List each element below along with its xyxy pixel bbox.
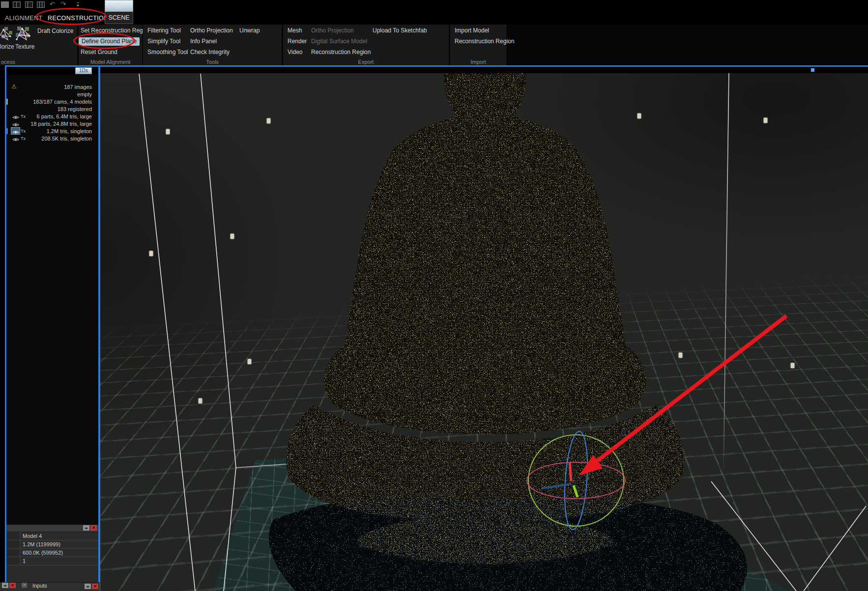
ribbon-group-process: lorize Texture Draft Colorize ocess: [0, 25, 77, 65]
list-item[interactable]: 183/187 cams, 4 models: [6, 98, 98, 105]
simplify-tool-button[interactable]: Simplify Tool: [147, 37, 180, 46]
group-label-import: Import: [450, 59, 506, 65]
mesh-icon: [0, 27, 14, 41]
texture-toggle-icon[interactable]: Tx: [21, 114, 26, 119]
texture-toggle-icon[interactable]: Tx: [21, 136, 26, 141]
group-label-model-alignment: Model Alignment: [79, 59, 142, 65]
list-item-selected[interactable]: Tx 1.2M tris, singleton: [6, 128, 98, 135]
unwrap-button[interactable]: Unwrap: [239, 27, 260, 35]
smoothing-tool-button[interactable]: Smoothing Tool: [147, 48, 188, 56]
texture-label: Texture: [15, 43, 34, 50]
scene-canvas: [100, 67, 868, 591]
group-label-tools: Tools: [143, 59, 282, 65]
bottom-dock-bar: ◂▸✕ − Inputs ◂▸✕: [0, 582, 100, 591]
colorize-label: lorize: [0, 43, 14, 50]
ribbon-group-export: Mesh Render Video Ortho Projection Digit…: [283, 25, 449, 65]
scene-tab-block: 1D SCENE: [105, 0, 133, 25]
export-video-button[interactable]: Video: [288, 48, 302, 56]
viewport-3d[interactable]: [100, 67, 868, 591]
close-icon[interactable]: ✕: [90, 525, 97, 531]
list-item[interactable]: 183 registered: [6, 106, 98, 113]
tab-scene[interactable]: SCENE: [105, 12, 133, 24]
reset-ground-button[interactable]: Reset Ground: [81, 48, 117, 56]
viewport-top-band: [100, 67, 868, 73]
panel-1ds-tab[interactable]: 1Ds: [75, 67, 92, 74]
redo-icon[interactable]: ↷: [60, 0, 66, 8]
group-label-process: ocess: [0, 59, 78, 65]
list-item[interactable]: ⚠ 187 images: [6, 84, 98, 90]
shrink-panel-icon[interactable]: ◂▸: [83, 525, 89, 531]
list-item[interactable]: empty: [6, 91, 98, 98]
warning-icon: ⚠: [11, 83, 17, 90]
close-icon[interactable]: ✕: [9, 583, 16, 588]
shrink-panel-icon[interactable]: ◂▸: [2, 583, 8, 588]
import-model-button[interactable]: Import Model: [455, 27, 489, 35]
export-render-button[interactable]: Render: [288, 37, 307, 46]
textured-mesh-icon: [15, 27, 32, 41]
tab-reconstruction[interactable]: RECONSTRUCTION: [48, 12, 109, 25]
region-vertex-handle[interactable]: [811, 68, 814, 72]
statue-point-cloud: [269, 67, 747, 591]
purple-marker: [6, 128, 8, 134]
undo-icon[interactable]: ↶: [50, 0, 56, 8]
table-row[interactable]: 600.0K (599952): [6, 549, 98, 557]
gizmo-axis-red[interactable]: [570, 462, 571, 481]
texture-toggle-icon[interactable]: Tx: [21, 129, 26, 134]
import-reconstruction-region-button[interactable]: Reconstruction Region: [455, 37, 514, 46]
check-integrity-button[interactable]: Check Integrity: [190, 48, 230, 56]
export-reconstruction-region-button[interactable]: Reconstruction Region: [311, 48, 371, 56]
export-ortho-projection-button[interactable]: Ortho Projection: [311, 27, 354, 35]
visibility-eye-icon[interactable]: [11, 135, 20, 141]
component-stats-panel: 1Ds ⚠ 187 images empty 183/187 cams, 4 m…: [6, 67, 98, 591]
export-mesh-button[interactable]: Mesh: [288, 27, 302, 35]
table-row[interactable]: Model 4: [6, 532, 98, 540]
list-item[interactable]: 18 parts, 24.8M tris, large: [6, 120, 98, 127]
collapse-icon[interactable]: −: [22, 583, 27, 588]
info-panel-button[interactable]: Info Panel: [190, 37, 217, 46]
ribbon-group-model-alignment: Set Reconstruction Region⌄ Define Ground…: [79, 25, 142, 65]
ribbon-options-caret-icon[interactable]: ▾: [77, 2, 79, 8]
model-info-table: ◂▸✕ Model 4 1.2M (1199999) 600.0K (59995…: [6, 525, 98, 582]
layout-split-icon[interactable]: [13, 1, 21, 8]
panel-header: 1Ds: [6, 67, 98, 75]
layout-grid-icon[interactable]: [37, 1, 45, 8]
layout-1d-tab[interactable]: 1D: [105, 0, 133, 12]
export-digital-surface-model-button[interactable]: Digital Surface Model: [311, 37, 367, 46]
ribbon-group-import: Import Model Reconstruction Region Impor…: [450, 25, 506, 65]
draft-colorize-button[interactable]: Draft Colorize: [37, 27, 73, 35]
list-item[interactable]: Tx 6 parts, 6.4M tris, large: [6, 113, 98, 120]
ribbon: lorize Texture Draft Colorize ocess Set …: [0, 25, 868, 65]
layout-three-icon[interactable]: [25, 1, 33, 8]
visibility-eye-icon[interactable]: [11, 120, 20, 127]
upload-to-sketchfab-button[interactable]: Upload To Sketchfab: [373, 27, 427, 35]
ortho-projection-tool-button[interactable]: Ortho Projection: [190, 27, 233, 35]
shrink-panel-icon[interactable]: ◂▸: [85, 584, 91, 589]
table-row[interactable]: 1: [6, 557, 98, 565]
group-label-export: Export: [283, 59, 449, 65]
colorize-button[interactable]: [0, 27, 14, 41]
tab-alignment[interactable]: ALIGNMENT: [5, 12, 43, 25]
orange-marker: [6, 99, 8, 105]
visibility-eye-icon-selected[interactable]: [11, 128, 20, 134]
list-item[interactable]: Tx 208.5K tris, singleton: [6, 135, 98, 142]
ribbon-group-tools: Filtering Tool Simplify Tool Smoothing T…: [143, 25, 282, 65]
texture-button[interactable]: [15, 27, 32, 41]
filtering-tool-button[interactable]: Filtering Tool: [147, 27, 181, 35]
layout-single-icon[interactable]: [1, 1, 9, 8]
model-table-header: ◂▸✕: [6, 525, 98, 532]
inputs-dock-tab[interactable]: Inputs: [32, 583, 47, 589]
close-icon[interactable]: ✕: [92, 584, 98, 589]
table-row[interactable]: 1.2M (1199999): [6, 540, 98, 549]
visibility-eye-icon[interactable]: [11, 113, 20, 119]
define-ground-plane-button[interactable]: Define Ground Plane: [79, 37, 140, 46]
